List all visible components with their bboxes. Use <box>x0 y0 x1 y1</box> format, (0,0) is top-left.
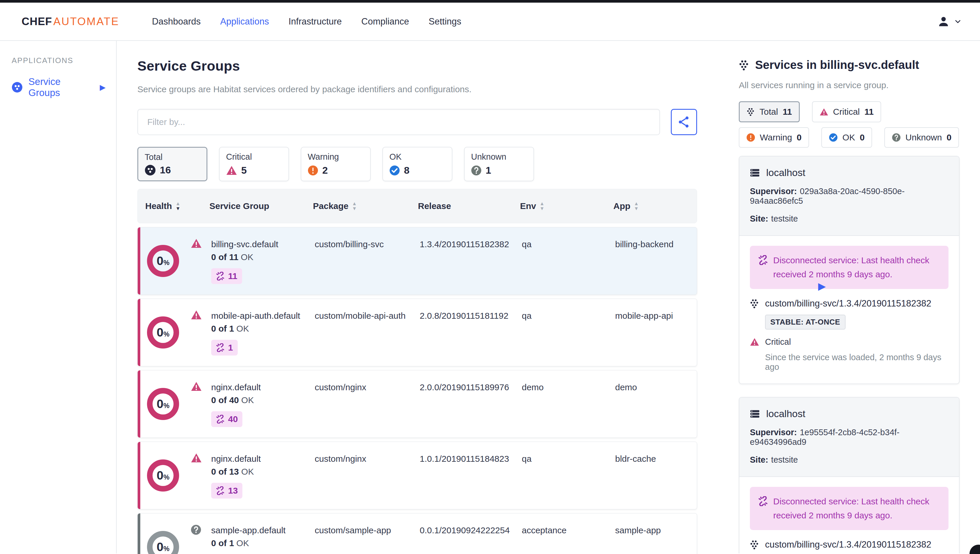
chip-warning[interactable]: Warning 0 <box>739 127 809 148</box>
table-row[interactable]: 0% mobile-api-auth.default 0 of 1OK 1 cu… <box>137 299 697 366</box>
status-card-label: Unknown <box>471 152 527 162</box>
ok-count: 0 of 40OK <box>211 394 308 407</box>
critical-triangle-icon <box>191 238 202 248</box>
sidebar: APPLICATIONS Service Groups ▶ <box>0 41 117 553</box>
status-card-warning[interactable]: Warning 2 <box>301 147 371 181</box>
table-header: Health ▲▼ Service Group Package ▲▼ Relea… <box>137 189 697 223</box>
user-menu[interactable] <box>937 16 961 28</box>
ok-count: 0 of 1OK <box>211 322 308 335</box>
nav-dashboards[interactable]: Dashboards <box>152 16 200 27</box>
status-card-label: Warning <box>308 152 364 162</box>
table-row[interactable]: 0% billing-svc.default 0 of 11OK 11 cust… <box>137 227 697 295</box>
panel-subtitle: All services running in a service group. <box>739 80 959 90</box>
share-button[interactable] <box>671 109 697 135</box>
sort-icon[interactable]: ▲▼ <box>352 201 357 211</box>
package-identifier: custom/billing-svc/1.3.4/20190115182382 <box>765 540 931 550</box>
package-cell: custom/sample-app <box>315 524 420 537</box>
disconnected-badge: 11 <box>211 268 242 284</box>
app-cell: billing-backend <box>615 238 697 251</box>
critical-triangle-icon <box>191 382 202 391</box>
page-description: Service groups are Habitat services orde… <box>137 85 697 94</box>
table-row[interactable]: 0% sample-app.default 0 of 1OK 1 custom/… <box>137 513 697 554</box>
nav-settings[interactable]: Settings <box>429 16 461 27</box>
column-label: Env <box>520 201 536 211</box>
chip-label: Critical <box>833 107 860 117</box>
service-card[interactable]: localhost Supervisor:029a3a8a-20ac-4590-… <box>739 156 959 384</box>
status-card-critical[interactable]: Critical 5 <box>219 147 289 181</box>
critical-triangle-icon <box>819 108 828 116</box>
services-dots-icon <box>750 540 759 549</box>
table-row[interactable]: 0% nginx.default 0 of 13OK 13 custom/ngi… <box>137 442 697 509</box>
status-card-total[interactable]: Total 16 <box>137 147 207 181</box>
package-identifier: custom/billing-svc/1.3.4/20190115182382 <box>765 298 931 309</box>
services-dots-icon <box>739 60 749 70</box>
update-strategy-badge: STABLE: AT-ONCE <box>765 315 846 329</box>
status-card-unknown[interactable]: Unknown 1 <box>464 147 534 181</box>
page-title: Service Groups <box>137 58 697 74</box>
chip-unknown[interactable]: Unknown 0 <box>885 127 959 148</box>
package-line: custom/billing-svc/1.3.4/20190115182382 <box>750 298 948 309</box>
sort-icon[interactable]: ▲▼ <box>634 201 639 211</box>
status-card-ok[interactable]: OK 8 <box>382 147 452 181</box>
status-card-count: 2 <box>322 164 328 176</box>
host-name: localhost <box>766 408 805 420</box>
panel-title-text: Services in billing-svc.default <box>755 58 919 72</box>
chip-critical[interactable]: Critical 11 <box>812 101 881 122</box>
broken-link-icon <box>758 496 768 506</box>
ok-check-icon <box>390 165 400 176</box>
column-label: Release <box>418 201 451 211</box>
sort-icon[interactable]: ▲▼ <box>539 201 544 211</box>
panel-status-chips: Total 11 Critical 11 Warning 0 OK 0 <box>739 101 959 148</box>
chip-count: 11 <box>783 107 792 117</box>
service-card[interactable]: localhost Supervisor:1e95554f-2cb8-4c52-… <box>739 397 959 553</box>
table-row[interactable]: 0% nginx.default 0 of 40OK 40 custom/ngi… <box>137 370 697 438</box>
alert-text: Disconnected service: Last health check … <box>773 495 940 522</box>
app-cell: sample-app <box>615 524 697 537</box>
chip-ok[interactable]: OK 0 <box>821 127 872 148</box>
chip-count: 11 <box>864 107 874 117</box>
service-card-header: localhost Supervisor:029a3a8a-20ac-4590-… <box>740 156 959 236</box>
supervisor-line: Supervisor:1e95554f-2cb8-4c52-b34f-e9463… <box>750 428 948 447</box>
column-header-service-group[interactable]: Service Group <box>209 201 313 211</box>
status-card-count: 16 <box>160 164 171 176</box>
critical-triangle-icon <box>191 453 202 463</box>
service-group-name: nginx.default <box>211 452 308 465</box>
filter-input[interactable] <box>137 109 660 135</box>
env-cell: qa <box>522 310 615 322</box>
sidebar-section-label: APPLICATIONS <box>12 56 116 65</box>
critical-triangle-icon <box>191 310 202 320</box>
habitat-icon <box>12 82 23 93</box>
broken-link-icon <box>216 272 224 281</box>
package-cell: custom/billing-svc <box>315 238 420 251</box>
nav-applications[interactable]: Applications <box>220 16 269 27</box>
column-header-env[interactable]: Env ▲▼ <box>520 201 613 211</box>
status-filter-cards: Total 16 Critical 5 Warning 2 OK 8 Unkno… <box>137 147 697 181</box>
broken-link-icon <box>758 255 768 265</box>
package-cell: custom/mobile-api-auth <box>315 310 420 322</box>
column-header-package[interactable]: Package ▲▼ <box>313 201 418 211</box>
chef-automate-logo[interactable]: CHEF AUTOMATE <box>22 16 119 28</box>
sidebar-item-label: Service Groups <box>29 76 94 98</box>
env-cell: acceptance <box>522 524 615 537</box>
selected-row-caret-icon[interactable]: ▶ <box>818 280 826 292</box>
nav-compliance[interactable]: Compliance <box>361 16 409 27</box>
service-group-name: sample-app.default <box>211 524 308 537</box>
chip-total[interactable]: Total 11 <box>739 101 800 122</box>
column-header-release[interactable]: Release <box>418 201 520 211</box>
sidebar-arrow-icon: ▶ <box>100 83 106 92</box>
status-card-count: 5 <box>241 164 247 176</box>
service-groups-main: Service Groups Service groups are Habita… <box>117 41 720 553</box>
logo-automate: AUTOMATE <box>53 16 119 28</box>
service-card-body: Disconnected service: Last health check … <box>740 236 959 383</box>
sort-icon[interactable]: ▲▼ <box>176 201 181 211</box>
panel-title: Services in billing-svc.default <box>739 58 959 72</box>
column-header-health[interactable]: Health ▲▼ <box>145 201 209 211</box>
column-label: Service Group <box>209 201 269 211</box>
app-cell: mobile-app-api <box>615 310 697 322</box>
sidebar-item-service-groups[interactable]: Service Groups ▶ <box>12 76 116 98</box>
column-header-app[interactable]: App ▲▼ <box>613 201 697 211</box>
warning-exclamation-icon <box>308 165 318 176</box>
broken-link-icon <box>216 415 224 423</box>
nav-infrastructure[interactable]: Infrastructure <box>288 16 342 27</box>
disconnected-alert: Disconnected service: Last health check … <box>750 246 948 289</box>
